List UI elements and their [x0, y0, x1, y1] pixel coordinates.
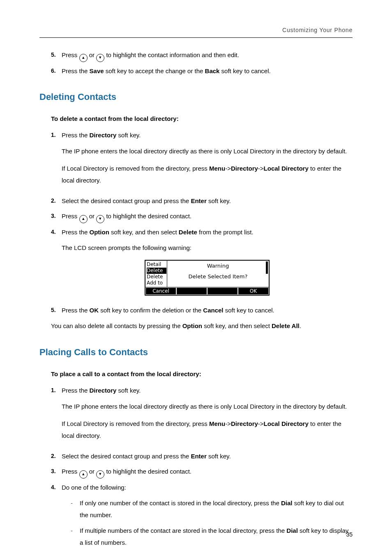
up-arrow-icon: ▴ — [79, 470, 88, 479]
step-number: 4. — [51, 227, 62, 301]
text: soft key. — [118, 387, 141, 394]
lcd-warning-prompt: Delete Selected Item? — [168, 272, 268, 282]
delete-step-1: 1. Press the Directory soft key. The IP … — [51, 130, 353, 192]
sub-item: - If multiple numbers of the contact are… — [71, 525, 353, 555]
step-para: If Local Directory is removed from the d… — [62, 163, 353, 186]
text: soft key to cancel. — [225, 307, 274, 314]
lcd-side-item: Add to — [147, 280, 166, 286]
lcd-side-item: Delete — [147, 274, 166, 280]
delete-after-note: You can also delete all contacts by pres… — [51, 320, 353, 332]
step-para: If Local Directory is removed from the d… — [62, 418, 353, 442]
menu-label: Menu — [209, 420, 225, 427]
text: Select the desired contact group and pre… — [62, 197, 191, 204]
text: from the prompt list. — [199, 229, 254, 236]
step-number: 1. — [51, 130, 62, 192]
text: If only one number of the contact is sto… — [80, 500, 281, 506]
back-softkey-label: Back — [205, 67, 220, 74]
step-number: 1. — [51, 385, 62, 447]
text: If Local Directory is removed from the d… — [62, 165, 209, 172]
delete-step-5: 5. Press the OK soft key to confirm the … — [51, 305, 353, 317]
deleting-contacts-heading: Deleting Contacts — [39, 88, 353, 106]
step-body: Select the desired contact group and pre… — [62, 451, 353, 462]
step-number: 5. — [51, 49, 62, 62]
delete-step-4: 4. Press the Option soft key, and then s… — [51, 227, 353, 301]
lcd-softkey-cancel: Cancel — [146, 288, 176, 294]
text: or — [89, 213, 97, 220]
text: soft key. — [208, 197, 231, 204]
text: soft key. — [118, 132, 141, 139]
down-arrow-icon: ▾ — [96, 470, 104, 479]
text: Press the — [62, 307, 90, 314]
placing-step-3: 3. Press ▴ or ▾ to highlight the desired… — [51, 466, 353, 479]
delete-lead: To delete a contact from the local direc… — [51, 113, 353, 125]
text: . — [300, 322, 301, 329]
lcd-main: Warning Delete Selected Item? — [167, 261, 269, 287]
step-body: Press the Directory soft key. The IP pho… — [62, 130, 353, 192]
step-body: Do one of the following: - If only one n… — [62, 482, 353, 555]
step-para: The LCD screen prompts the following war… — [62, 242, 353, 254]
text: soft key, and then select — [204, 322, 272, 329]
enter-softkey-label: Enter — [191, 453, 206, 460]
placing-step-4: 4. Do one of the following: - If only on… — [51, 482, 353, 555]
text: If multiple numbers of the contact are s… — [80, 527, 286, 534]
placing-section-body: To place a call to a contact from the lo… — [51, 368, 353, 555]
step-para: The IP phone enters the local directory … — [62, 146, 353, 157]
step-number: 4. — [51, 482, 62, 555]
lcd-scrollbar — [266, 261, 268, 286]
placing-calls-heading: Placing Calls to Contacts — [39, 344, 353, 361]
text: Do one of the following: — [62, 484, 126, 491]
step-body: Press ▴ or ▾ to highlight the desired co… — [62, 210, 353, 223]
step-number: 2. — [51, 195, 62, 207]
lcd-screenshot: Detail Delete Delete Add to Warning Dele… — [145, 260, 270, 296]
local-directory-label: Local Directory — [264, 165, 309, 172]
delete-step-3: 3. Press ▴ or ▾ to highlight the desired… — [51, 210, 353, 223]
text: soft key. — [208, 453, 231, 460]
save-softkey-label: Save — [90, 67, 104, 74]
text: If Local Directory is removed from the d… — [62, 420, 209, 427]
sep: -> — [225, 420, 231, 427]
dash-icon: - — [71, 525, 80, 555]
text: You can also delete all contacts by pres… — [51, 322, 182, 329]
delete-all-menuitem-label: Delete All — [272, 322, 300, 329]
step-5: 5. Press ▴ or ▾ to highlight the contact… — [51, 49, 353, 62]
lcd-softkey-blank — [177, 288, 207, 294]
directory-label: Directory — [231, 165, 258, 172]
directory-softkey-label: Directory — [90, 132, 117, 139]
lcd-side-item-selected: Delete — [147, 268, 166, 274]
dial-softkey-label: Dial — [286, 527, 298, 534]
up-arrow-icon: ▴ — [79, 215, 88, 223]
directory-label: Directory — [231, 420, 258, 427]
sub-item-body: If multiple numbers of the contact are s… — [80, 525, 353, 555]
sub-item-followup: Press ▴ or ▾ to highlight the desired nu… — [80, 552, 353, 555]
page-number: 35 — [346, 529, 353, 540]
step-body: Press the OK soft key to confirm the del… — [62, 305, 353, 317]
text: to highlight the contact information and… — [106, 51, 239, 58]
text: soft key to confirm the deletion or the — [100, 307, 203, 314]
sep: -> — [258, 165, 264, 172]
text: or — [89, 51, 97, 58]
dash-icon: - — [71, 497, 80, 521]
lcd-side-menu: Detail Delete Delete Add to — [145, 261, 167, 287]
step-body: Press the Option soft key, and then sele… — [62, 227, 353, 301]
continuation-steps: 5. Press ▴ or ▾ to highlight the contact… — [51, 49, 353, 77]
lcd-body: Detail Delete Delete Add to Warning Dele… — [145, 261, 269, 287]
step-number: 5. — [51, 305, 62, 317]
up-arrow-icon: ▴ — [79, 54, 88, 62]
step-number: 3. — [51, 466, 62, 479]
enter-softkey-label: Enter — [191, 197, 206, 204]
text: soft key, and then select — [111, 229, 179, 236]
lcd-warning-title: Warning — [168, 261, 268, 271]
step-number: 2. — [51, 451, 62, 462]
text: Press — [62, 468, 79, 475]
local-directory-label: Local Directory — [264, 420, 309, 427]
ok-softkey-label: OK — [90, 307, 99, 314]
option-softkey-label: Option — [182, 322, 202, 329]
cancel-softkey-label: Cancel — [203, 307, 223, 314]
lcd-side-item: Detail — [147, 261, 166, 268]
step-body: Press the Directory soft key. The IP pho… — [62, 385, 353, 447]
lcd-softkey-blank — [208, 288, 238, 294]
lcd-softkey-bar: Cancel OK — [145, 287, 269, 295]
text: Press the — [62, 67, 90, 74]
text: Press — [62, 51, 79, 58]
step-6: 6. Press the Save soft key to accept the… — [51, 65, 353, 77]
